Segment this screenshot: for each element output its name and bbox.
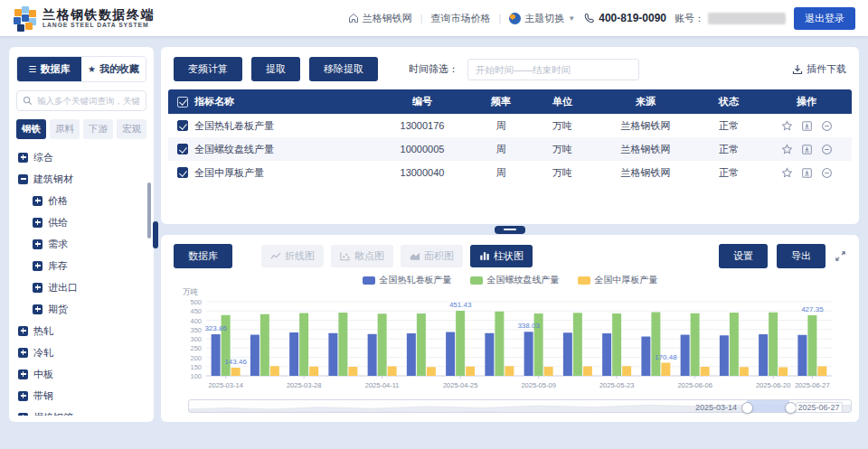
expand-icon[interactable]	[33, 261, 42, 271]
legend-item[interactable]: 全国中厚板产量	[578, 274, 658, 286]
bar[interactable]	[289, 332, 298, 376]
bar[interactable]	[563, 332, 572, 376]
tree-item[interactable]: 进出口	[16, 276, 146, 298]
expand-icon[interactable]	[33, 239, 42, 249]
table-row[interactable]: 全国中厚板产量13000040周万吨兰格钢铁网正常	[168, 161, 852, 184]
slider-left-handle[interactable]	[741, 402, 753, 414]
bar[interactable]	[759, 334, 768, 376]
tab-database[interactable]: ☰ 数据库	[17, 57, 81, 81]
plugin-download-link[interactable]: 插件下载	[792, 62, 846, 76]
search-input[interactable]	[37, 96, 140, 106]
slider-right-handle[interactable]	[785, 402, 797, 414]
bar[interactable]	[250, 334, 259, 376]
bar[interactable]	[456, 311, 465, 376]
bar[interactable]	[260, 314, 269, 376]
category-tab-原料[interactable]: 原料	[50, 119, 80, 139]
row-checkbox[interactable]	[177, 120, 188, 131]
save-download-icon[interactable]	[801, 144, 813, 155]
tree-item[interactable]: 库存	[16, 255, 146, 276]
bar[interactable]	[524, 332, 533, 376]
tree-item[interactable]: 热轧	[16, 320, 146, 341]
sidebar-scrollbar[interactable]	[147, 182, 151, 239]
bar[interactable]	[641, 337, 650, 376]
bar-chart[interactable]: 万吨1001502002503003504004505002025-03-142…	[170, 286, 850, 397]
bar[interactable]	[231, 368, 241, 376]
chart-type-面积图[interactable]: 面积图	[401, 245, 463, 267]
bar[interactable]	[427, 367, 436, 376]
bar[interactable]	[446, 332, 455, 376]
favorite-icon[interactable]	[781, 120, 793, 132]
time-range-input[interactable]	[467, 59, 639, 80]
bar[interactable]	[661, 363, 670, 376]
nav-market-price-link[interactable]: 查询市场价格	[430, 12, 490, 25]
freq-calc-button[interactable]: 变频计算	[174, 57, 242, 81]
bar[interactable]	[778, 368, 788, 376]
resize-handle[interactable]	[495, 226, 525, 234]
collapse-icon[interactable]	[18, 174, 28, 184]
tree-item[interactable]: 冷轧	[16, 341, 146, 363]
bar[interactable]	[212, 334, 221, 376]
legend-item[interactable]: 全国热轧卷板产量	[363, 274, 452, 286]
expand-icon[interactable]	[18, 326, 28, 336]
sidebar-collapse-handle[interactable]	[153, 221, 158, 248]
favorite-icon[interactable]	[781, 167, 793, 179]
row-checkbox[interactable]	[177, 167, 188, 178]
row-checkbox[interactable]	[177, 144, 188, 154]
bar[interactable]	[328, 333, 337, 376]
expand-icon[interactable]	[33, 218, 42, 228]
tree-item[interactable]: 价格	[16, 190, 146, 211]
tree-item[interactable]: 中板	[16, 363, 146, 385]
table-row[interactable]: 全国螺纹盘线产量10000005周万吨兰格钢铁网正常	[168, 137, 852, 161]
database-view-button[interactable]: 数据库	[174, 244, 232, 268]
expand-icon[interactable]	[18, 153, 28, 163]
slider-selection[interactable]	[747, 400, 789, 412]
bar[interactable]	[417, 313, 426, 376]
tree-item[interactable]: 综合	[16, 146, 146, 168]
logout-button[interactable]: 退出登录	[794, 7, 855, 30]
save-download-icon[interactable]	[801, 167, 813, 179]
bar[interactable]	[720, 335, 729, 376]
bar[interactable]	[701, 367, 710, 376]
bar[interactable]	[407, 333, 416, 376]
bar[interactable]	[270, 366, 279, 376]
bar[interactable]	[378, 313, 387, 376]
remove-extract-button[interactable]: 移除提取	[309, 57, 378, 81]
chart-type-折线图[interactable]: 折线图	[261, 245, 324, 267]
bar[interactable]	[691, 313, 700, 376]
tree-item[interactable]: 带钢	[16, 385, 146, 407]
tree-item[interactable]: 需求	[16, 233, 146, 255]
bar[interactable]	[388, 367, 397, 376]
fullscreen-expand-icon[interactable]	[835, 250, 846, 262]
remove-icon[interactable]	[821, 167, 833, 179]
theme-switcher[interactable]: 主题切换 ▼	[509, 12, 575, 25]
bar[interactable]	[807, 315, 816, 376]
bar[interactable]	[681, 334, 690, 376]
bar[interactable]	[299, 313, 308, 376]
bar[interactable]	[651, 312, 660, 376]
expand-icon[interactable]	[18, 391, 28, 401]
chart-type-柱状图[interactable]: 柱状图	[470, 245, 533, 267]
table-row[interactable]: 全国热轧卷板产量13000176周万吨兰格钢铁网正常	[168, 114, 852, 137]
chart-type-散点图[interactable]: 散点图	[331, 245, 393, 267]
bar[interactable]	[348, 367, 357, 376]
bar[interactable]	[338, 313, 347, 376]
tree-item[interactable]: 焊接钢管	[16, 407, 146, 416]
category-tab-钢铁[interactable]: 钢铁	[16, 119, 46, 139]
tree-item[interactable]: 期货	[16, 298, 146, 320]
expand-icon[interactable]	[18, 348, 28, 358]
bar[interactable]	[769, 313, 778, 376]
bar[interactable]	[544, 367, 553, 376]
nav-home-link[interactable]: 兰格钢铁网	[348, 12, 412, 25]
bar[interactable]	[309, 367, 318, 376]
bar[interactable]	[583, 367, 592, 376]
bar[interactable]	[466, 367, 475, 376]
bar[interactable]	[573, 313, 582, 376]
bar[interactable]	[505, 366, 514, 376]
expand-icon[interactable]	[18, 369, 28, 379]
save-download-icon[interactable]	[801, 120, 813, 132]
keyword-search[interactable]	[16, 90, 146, 111]
legend-item[interactable]: 全国螺纹盘线产量	[470, 274, 560, 286]
bar[interactable]	[730, 313, 739, 376]
category-tab-宏观[interactable]: 宏观	[117, 119, 146, 139]
remove-icon[interactable]	[821, 120, 833, 132]
